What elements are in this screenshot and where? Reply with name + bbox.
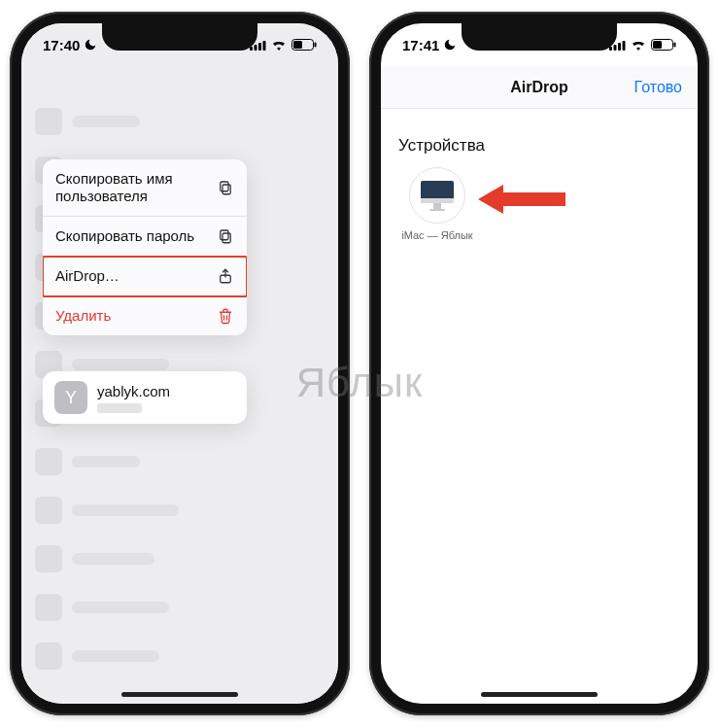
svg-rect-9 — [223, 233, 230, 243]
battery-icon — [651, 39, 676, 51]
notch — [102, 23, 257, 51]
svg-rect-17 — [653, 41, 662, 49]
svg-rect-8 — [221, 182, 228, 191]
airdrop-device[interactable]: iMac — Яблык — [398, 167, 476, 242]
notch — [462, 23, 617, 51]
menu-airdrop[interactable]: AirDrop… — [43, 257, 247, 296]
svg-rect-14 — [618, 43, 621, 51]
device-name: iMac — Яблык — [398, 229, 476, 242]
svg-rect-18 — [674, 43, 676, 48]
svg-rect-15 — [623, 41, 626, 51]
menu-delete[interactable]: Удалить — [43, 296, 247, 335]
battery-icon — [291, 39, 317, 51]
trash-icon — [217, 307, 234, 325]
moon-icon — [84, 38, 97, 52]
share-icon — [217, 267, 234, 285]
home-indicator[interactable] — [121, 692, 238, 697]
menu-copy-username[interactable]: Скопировать имя пользователя — [43, 159, 247, 217]
wifi-icon — [271, 39, 287, 51]
status-time: 17:40 — [43, 37, 80, 53]
nav-bar: AirDrop Готово — [381, 66, 698, 109]
menu-label: Скопировать пароль — [55, 227, 194, 245]
svg-rect-7 — [223, 185, 230, 194]
screen-right: 17:41 AirDrop Готово Устройства — [381, 23, 698, 704]
menu-copy-password[interactable]: Скопировать пароль — [43, 217, 247, 257]
menu-label: AirDrop… — [55, 267, 120, 285]
home-indicator[interactable] — [481, 692, 598, 697]
copy-icon — [217, 179, 234, 196]
svg-rect-5 — [293, 41, 302, 49]
svg-rect-2 — [258, 43, 261, 51]
svg-rect-3 — [263, 41, 266, 51]
nav-title: AirDrop — [510, 79, 568, 96]
svg-rect-6 — [315, 43, 317, 48]
wifi-icon — [631, 39, 646, 51]
copy-icon — [217, 227, 234, 245]
svg-rect-20 — [421, 198, 454, 203]
svg-rect-22 — [429, 209, 445, 211]
svg-marker-23 — [478, 185, 565, 214]
dim-overlay — [21, 23, 338, 704]
svg-rect-10 — [221, 230, 228, 240]
screen-left: 17:40 Скопировать имя пользователя Скопи… — [21, 23, 338, 704]
status-time: 17:41 — [402, 37, 439, 53]
site-subtext-redacted — [97, 403, 142, 413]
device-icon — [409, 167, 465, 224]
svg-rect-13 — [614, 45, 617, 51]
svg-rect-1 — [255, 45, 257, 51]
svg-rect-21 — [433, 203, 441, 209]
devices-section-label: Устройства — [398, 136, 485, 156]
menu-label: Удалить — [55, 307, 111, 325]
imac-icon — [418, 179, 457, 212]
menu-label: Скопировать имя пользователя — [55, 170, 207, 205]
site-preview-card[interactable]: Y yablyk.com — [43, 371, 247, 424]
done-button[interactable]: Готово — [634, 79, 682, 96]
site-favicon: Y — [54, 381, 87, 414]
site-domain: yablyk.com — [97, 383, 170, 399]
red-arrow-annotation — [478, 179, 565, 220]
iphone-left-frame: 17:40 Скопировать имя пользователя Скопи… — [10, 12, 350, 715]
context-menu: Скопировать имя пользователя Скопировать… — [43, 159, 247, 335]
moon-icon — [443, 38, 457, 52]
iphone-right-frame: 17:41 AirDrop Готово Устройства — [369, 12, 709, 715]
